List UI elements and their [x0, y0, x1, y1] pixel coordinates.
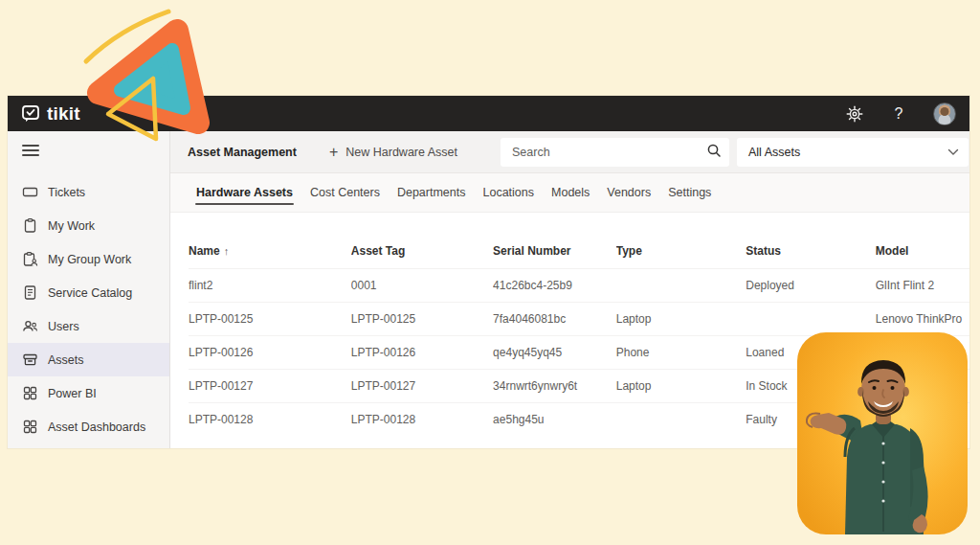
cell-serial-number: qe4yq45yq45 [493, 346, 616, 359]
cell-asset-tag: LPTP-00125 [351, 312, 493, 326]
catalog-document-icon [22, 284, 38, 301]
cell-name: flint2 [189, 279, 351, 292]
grid-icon [22, 419, 38, 435]
cell-asset-tag: 0001 [351, 279, 493, 292]
sidebar-item-label: Asset Dashboards [48, 420, 145, 434]
archive-box-icon [22, 352, 38, 368]
clipboard-person-icon [22, 251, 38, 267]
clipboard-icon [22, 217, 38, 234]
cell-model: Lenovo ThinkPro [876, 312, 969, 326]
ticket-icon [22, 184, 38, 200]
tikit-checkbox-logo-icon [21, 103, 41, 124]
app-title: tikit [47, 103, 80, 125]
cell-status: Deployed [746, 279, 876, 292]
cell-type: Laptop [616, 312, 746, 326]
cell-name: LPTP-00128 [189, 413, 351, 426]
page-title: Asset Management [188, 146, 297, 159]
sidebar-item-my-group-work[interactable]: My Group Work [8, 242, 169, 276]
column-header-asset-tag[interactable]: Asset Tag [351, 244, 493, 258]
people-icon [22, 318, 38, 334]
sidebar-item-my-work[interactable]: My Work [8, 209, 169, 242]
cell-name: LPTP-00125 [189, 312, 351, 326]
sidebar-item-label: Power BI [48, 387, 97, 400]
help-icon[interactable]: ? [889, 104, 908, 124]
tab-bar: Hardware Assets Cost Centers Departments… [170, 173, 969, 213]
sidebar-item-power-bi[interactable]: Power BI [8, 376, 169, 410]
sidebar-item-label: My Group Work [48, 253, 131, 266]
cell-model: GlInt Flint 2 [876, 279, 969, 292]
tab-models[interactable]: Models [543, 186, 598, 212]
sidebar-item-label: Service Catalog [48, 286, 132, 300]
sidebar-item-label: Assets [48, 353, 84, 367]
cell-name: LPTP-00127 [189, 379, 351, 393]
sidebar-item-assets[interactable]: Assets [8, 343, 169, 376]
cell-asset-tag: LPTP-00126 [351, 346, 493, 359]
sidebar-item-label: My Work [48, 219, 95, 233]
search-input[interactable] [512, 146, 706, 159]
table-row[interactable]: LPTP-00125 LPTP-00125 7fa4046081bc Lapto… [189, 302, 969, 335]
sort-ascending-icon: ↑ [224, 245, 230, 257]
titlebar: tikit ? [8, 96, 969, 131]
column-header-type[interactable]: Type [616, 244, 746, 258]
cell-asset-tag: LPTP-00128 [351, 413, 493, 426]
sidebar-item-label: Tickets [48, 186, 85, 199]
user-avatar[interactable] [933, 102, 956, 125]
cell-type: Laptop [616, 379, 746, 393]
new-hardware-asset-button[interactable]: + New Hardware Asset [329, 145, 457, 160]
column-header-status[interactable]: Status [746, 244, 876, 258]
sidebar-item-tickets[interactable]: Tickets [8, 175, 169, 209]
tab-hardware-assets[interactable]: Hardware Assets [188, 186, 301, 212]
tab-locations[interactable]: Locations [475, 186, 544, 212]
sidebar-item-asset-dashboards[interactable]: Asset Dashboards [8, 410, 169, 443]
cell-serial-number: 41c26bc4-25b9 [493, 279, 616, 292]
table-header-row: Name↑ Asset Tag Serial Number Type Statu… [189, 234, 969, 268]
sidebar-item-label: Users [48, 320, 79, 333]
tab-departments[interactable]: Departments [389, 186, 475, 212]
tab-cost-centers[interactable]: Cost Centers [301, 186, 389, 212]
column-header-serial-number[interactable]: Serial Number [493, 244, 616, 258]
toolbar: Asset Management + New Hardware Asset Al… [170, 131, 969, 173]
column-header-name[interactable]: Name↑ [189, 244, 351, 258]
search-icon[interactable] [706, 143, 722, 162]
tab-vendors[interactable]: Vendors [598, 186, 659, 212]
app-logo: tikit [21, 103, 80, 125]
asset-filter-value: All Assets [748, 146, 947, 159]
search-box [501, 138, 729, 167]
chevron-down-icon [947, 146, 959, 159]
cell-asset-tag: LPTP-00127 [351, 379, 493, 393]
grid-icon [22, 385, 38, 401]
sidebar-item-service-catalog[interactable]: Service Catalog [8, 276, 169, 309]
sidebar: Tickets My Work My Group Work Service Ca… [8, 131, 170, 448]
cell-serial-number: 7fa4046081bc [493, 312, 616, 326]
hamburger-menu-icon[interactable] [22, 145, 39, 156]
tab-settings[interactable]: Settings [659, 186, 720, 212]
cell-name: LPTP-00126 [189, 346, 351, 359]
table-row[interactable]: flint2 0001 41c26bc4-25b9 Deployed GlInt… [189, 268, 969, 302]
settings-gear-icon[interactable] [845, 104, 864, 124]
plus-icon: + [329, 145, 338, 160]
column-header-model[interactable]: Model [876, 244, 969, 258]
asset-filter-dropdown[interactable]: All Assets [737, 138, 969, 167]
promo-photo-man-pointing [797, 332, 968, 534]
new-hardware-asset-label: New Hardware Asset [345, 146, 457, 159]
cell-serial-number: ae5hg45u [493, 413, 616, 426]
cell-serial-number: 34rnwrt6ynwry6t [493, 379, 616, 393]
sidebar-item-users[interactable]: Users [8, 309, 169, 343]
cell-type: Phone [616, 346, 746, 359]
